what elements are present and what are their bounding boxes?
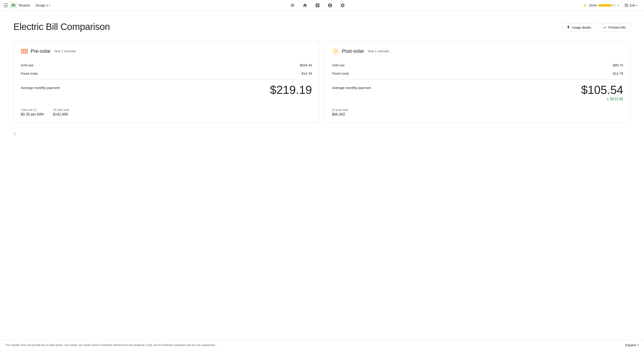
- panel-icon[interactable]: [290, 3, 295, 8]
- post-solar-fixed-costs-value: $14.78: [613, 71, 623, 75]
- post-solar-title: Post-solar: [342, 48, 364, 54]
- design-selector[interactable]: Design 1 ▾: [34, 2, 52, 8]
- post-solar-fixed-costs-row: Fixed costs $14.78: [332, 69, 623, 77]
- post-solar-monthly-amount: $105.54: [581, 83, 623, 96]
- footer-disclaimer: The installer does not provide tax or le…: [0, 340, 644, 350]
- svg-rect-4: [22, 49, 27, 53]
- battery-progress-bar: [598, 4, 616, 6]
- exit-icon: [624, 3, 628, 7]
- usage-details-button[interactable]: Usage details: [562, 23, 596, 32]
- scroll-indicator: ↓: [14, 123, 630, 140]
- post-solar-icon: [332, 48, 339, 55]
- page-header: Electric Bill Comparison Usage details P…: [14, 21, 630, 32]
- top-navigation: Tenants Design 1 ▾: [0, 0, 644, 11]
- preview-bills-label: Preview bills: [608, 26, 626, 29]
- post-solar-year25-label: 25 year total: [332, 108, 348, 111]
- post-solar-savings-value: $113.65: [610, 97, 623, 101]
- pre-solar-fixed-costs-row: Fixed costs $14.78: [21, 69, 312, 77]
- post-solar-fixed-costs-label: Fixed costs: [332, 71, 349, 75]
- disclaimer-text: The installer does not provide tax or le…: [5, 344, 218, 347]
- page-title: Electric Bill Comparison: [14, 21, 110, 32]
- down-arrow-savings-icon: [606, 97, 609, 101]
- logo-icon: [10, 2, 17, 9]
- post-solar-monthly-amount-block: $105.54 $113.65: [581, 84, 623, 101]
- pre-solar-card-header: Pre-solar Year 1 estimate: [21, 48, 312, 55]
- nav-right: ⚡ 154% ▾ Exit ▾: [583, 2, 640, 9]
- post-solar-savings: $113.65: [581, 97, 623, 101]
- design-dropdown-arrow: ▾: [49, 4, 50, 7]
- dollar-icon[interactable]: [327, 3, 333, 8]
- pre-solar-total-rate-label: Total rate: [21, 108, 33, 111]
- pre-solar-year25-value: $142,890: [53, 112, 68, 116]
- exit-button[interactable]: Exit ▾: [622, 2, 640, 9]
- pre-solar-monthly-section: Average monthly payment $219.19: [21, 84, 312, 102]
- house-icon[interactable]: [302, 3, 308, 8]
- main-content: Electric Bill Comparison Usage details P…: [0, 11, 644, 350]
- battery-indicator: ⚡ 154% ▾: [583, 3, 619, 7]
- clipboard-icon[interactable]: [315, 3, 320, 8]
- battery-progress-fill: [598, 4, 612, 6]
- exit-label: Exit: [630, 3, 635, 7]
- pre-solar-fixed-costs-label: Fixed costs: [21, 71, 38, 75]
- pre-solar-subtitle: Year 1 estimate: [54, 49, 76, 53]
- pre-solar-footer: Total rate i $0.35 per kWh 25 year total…: [21, 108, 312, 116]
- header-buttons: Usage details Preview bills: [562, 23, 630, 32]
- pre-solar-total-rate: Total rate i $0.35 per kWh: [21, 108, 44, 116]
- post-solar-year25: 25 year total $66,402: [332, 108, 348, 116]
- svg-point-2: [12, 5, 13, 6]
- nav-left: Tenants Design 1 ▾: [4, 2, 52, 9]
- pre-solar-total-rate-value: $0.35 per kWh: [21, 112, 44, 116]
- post-solar-footer: 25 year total $66,402: [332, 108, 623, 116]
- design-label: Design 1: [36, 3, 48, 7]
- pre-solar-icon: [21, 48, 28, 55]
- post-solar-monthly-label: Average monthly payment: [332, 84, 371, 90]
- svg-line-16: [337, 49, 338, 50]
- post-solar-card-header: Post-solar Year 1 estimate: [332, 48, 623, 55]
- svg-line-14: [334, 49, 334, 50]
- pre-solar-card: Pre-solar Year 1 estimate Grid use $204.…: [14, 41, 319, 123]
- exit-dropdown-arrow[interactable]: ▾: [636, 4, 638, 7]
- pre-solar-monthly-amount: $219.19: [270, 84, 312, 96]
- post-solar-subtitle: Year 1 estimate: [368, 49, 389, 53]
- pre-solar-grid-use-row: Grid use $204.40: [21, 61, 312, 69]
- chart-icon: [603, 26, 607, 29]
- brand-logo-area[interactable]: Tenants: [10, 2, 30, 9]
- brand-name: Tenants: [18, 3, 30, 7]
- svg-point-9: [334, 50, 337, 52]
- pre-solar-grid-use-value: $204.40: [300, 63, 312, 67]
- pre-solar-fixed-costs-value: $14.78: [302, 71, 312, 75]
- bolt-icon: ⚡: [583, 3, 588, 7]
- svg-point-3: [14, 5, 15, 6]
- expand-label: Expand: [626, 343, 636, 347]
- post-solar-year25-value: $66,402: [332, 112, 345, 116]
- pre-solar-year25: 25 year total $142,890: [53, 108, 69, 116]
- pre-solar-grid-use-label: Grid use: [21, 63, 34, 67]
- scroll-down-arrow[interactable]: ↓: [14, 130, 16, 136]
- svg-line-17: [334, 53, 334, 53]
- pre-solar-year25-label: 25 year total: [53, 108, 69, 111]
- post-solar-card: Post-solar Year 1 estimate Grid use $90.…: [325, 41, 630, 123]
- cards-container: Pre-solar Year 1 estimate Grid use $204.…: [14, 41, 630, 123]
- hamburger-menu-icon[interactable]: [4, 3, 8, 7]
- battery-percent: 154%: [589, 3, 597, 7]
- battery-dropdown-arrow[interactable]: ▾: [618, 4, 619, 7]
- usage-details-label: Usage details: [572, 26, 591, 29]
- pre-solar-monthly-label: Average monthly payment: [21, 84, 60, 90]
- pre-solar-title: Pre-solar: [31, 48, 50, 54]
- nav-center-icons: [55, 3, 580, 8]
- post-solar-monthly-section: Average monthly payment $105.54 $113.65: [332, 84, 623, 102]
- expand-dropdown-arrow: ▾: [637, 344, 639, 347]
- bolt-small-icon: [567, 26, 570, 29]
- svg-rect-1: [13, 5, 14, 7]
- post-solar-grid-use-row: Grid use $90.75: [332, 61, 623, 69]
- post-solar-grid-use-value: $90.75: [613, 63, 623, 67]
- total-rate-info-icon[interactable]: i: [34, 108, 37, 111]
- settings-icon[interactable]: [340, 3, 345, 8]
- expand-button[interactable]: Expand ▾: [626, 343, 639, 347]
- preview-bills-button[interactable]: Preview bills: [598, 23, 630, 32]
- svg-line-15: [337, 53, 338, 53]
- post-solar-grid-use-label: Grid use: [332, 63, 345, 67]
